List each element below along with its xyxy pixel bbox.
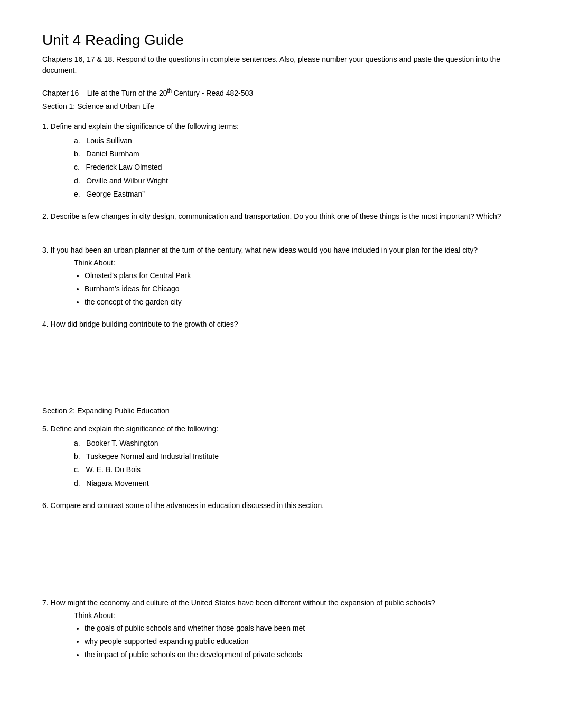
section1-heading: Section 1: Science and Urban Life: [42, 101, 519, 112]
answer-space-6: [42, 513, 519, 587]
answer-space-4: [42, 333, 519, 396]
think-about-label: Think About:: [42, 259, 519, 267]
list-item: e. George Eastman”: [74, 188, 519, 201]
question-7-block: 7. How might the economy and culture of …: [42, 597, 519, 661]
chapter-heading: Chapter 16 – Life at the Turn of the 20t…: [42, 87, 519, 99]
think-about-label-7: Think About:: [42, 611, 519, 620]
question-7-text: 7. How might the economy and culture of …: [42, 597, 519, 609]
list-item: b. Tuskegee Normal and Industrial Instit…: [74, 450, 519, 463]
question-2-block: 2. Describe a few changes in city design…: [42, 210, 519, 235]
question-4-text: 4. How did bridge building contribute to…: [42, 318, 519, 330]
question-6-text: 6. Compare and contrast some of the adva…: [42, 500, 519, 511]
list-item: Olmsted’s plans for Central Park: [85, 269, 519, 282]
question-2-text: 2. Describe a few changes in city design…: [42, 210, 519, 222]
question-5-text: 5. Define and explain the significance o…: [42, 423, 519, 435]
question-6-block: 6. Compare and contrast some of the adva…: [42, 500, 519, 587]
question-7-bullets: the goals of public schools and whether …: [42, 622, 519, 662]
question-1-block: 1. Define and explain the significance o…: [42, 121, 519, 201]
list-item: b. Daniel Burnham: [74, 148, 519, 161]
list-item: the impact of public schools on the deve…: [85, 648, 519, 661]
list-item: a. Booker T. Washington: [74, 437, 519, 450]
chapter-heading-text2: Century - Read 482-503: [172, 89, 253, 97]
list-item: a. Louis Sullivan: [74, 134, 519, 148]
question-3-block: 3. If you had been an urban planner at t…: [42, 244, 519, 309]
question-3-text: 3. If you had been an urban planner at t…: [42, 244, 519, 256]
page-container: Unit 4 Reading Guide Chapters 16, 17 & 1…: [0, 0, 561, 728]
question-5-block: 5. Define and explain the significance o…: [42, 423, 519, 490]
list-item: d. Orville and Wilbur Wright: [74, 174, 519, 188]
question-4-block: 4. How did bridge building contribute to…: [42, 318, 519, 395]
superscript: th: [167, 88, 172, 94]
page-title: Unit 4 Reading Guide: [42, 32, 519, 49]
question-1-text: 1. Define and explain the significance o…: [42, 121, 519, 132]
list-item: d. Niagara Movement: [74, 477, 519, 490]
list-item: the concept of the garden city: [85, 296, 519, 309]
question-1-sublist: a. Louis Sullivan b. Daniel Burnham c. F…: [42, 134, 519, 201]
chapter-heading-text: Chapter 16 – Life at the Turn of the 20: [42, 89, 167, 97]
list-item: why people supported expanding public ed…: [85, 635, 519, 648]
list-item: c. Frederick Law Olmsted: [74, 161, 519, 174]
list-item: c. W. E. B. Du Bois: [74, 463, 519, 476]
question-5-sublist: a. Booker T. Washington b. Tuskegee Norm…: [42, 437, 519, 490]
list-item: Burnham’s ideas for Chicago: [85, 282, 519, 296]
subtitle: Chapters 16, 17 & 18. Respond to the que…: [42, 54, 519, 76]
section2-label: Section 2: Expanding Public Education: [42, 406, 519, 417]
question-3-bullets: Olmsted’s plans for Central Park Burnham…: [42, 269, 519, 309]
list-item: the goals of public schools and whether …: [85, 622, 519, 635]
